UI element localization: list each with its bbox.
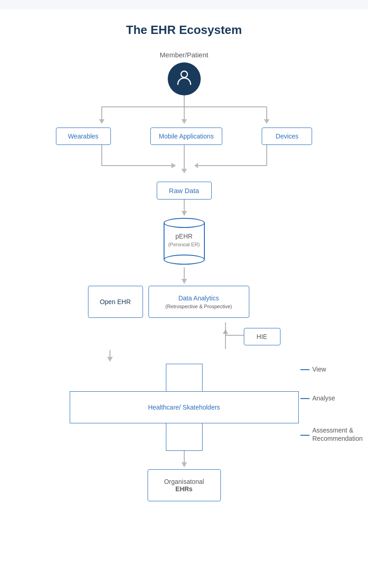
hie-box: HIE xyxy=(244,328,280,345)
pehr-cylinder: pEHR (Persnoal ER) xyxy=(164,218,205,275)
svg-marker-4 xyxy=(99,119,104,124)
cross-middle-row: Healthcare/ Skateholders — View — Analys… xyxy=(70,391,299,423)
cross-bottom-arm xyxy=(166,423,203,451)
three-boxes-row: Wearables Mobile Applications Devices xyxy=(56,128,313,145)
cylinder-body: pEHR (Persnoal ER) xyxy=(164,223,205,260)
svg-marker-8 xyxy=(264,119,269,124)
member-label: Member/Patient xyxy=(160,51,209,59)
analyse-label-row: — Analyse xyxy=(301,393,358,403)
avatar xyxy=(168,62,201,95)
data-analytics-box: Data Analytics (Retrospective & Prospect… xyxy=(148,286,249,318)
cylinder-label: pEHR (Persnoal ER) xyxy=(165,232,204,248)
svg-marker-18 xyxy=(181,211,187,216)
assessment-label-row: — Assessment & Recommendation xyxy=(301,426,358,443)
svg-marker-20 xyxy=(181,279,187,284)
data-analytics-label: Data Analytics xyxy=(178,294,219,302)
to-org-svg xyxy=(180,451,189,469)
view-label: View xyxy=(313,366,326,373)
healthcare-box: Healthcare/ Skateholders xyxy=(70,391,299,423)
cross-section: Healthcare/ Skateholders — View — Analys… xyxy=(70,364,299,451)
top-connector-svg xyxy=(56,95,313,128)
org-ehr-box: Organisatonal EHRs xyxy=(148,469,221,501)
to-cross-svg xyxy=(105,350,115,364)
assessment-dash: — xyxy=(301,429,310,440)
org-ehr-line2: EHRs xyxy=(162,485,207,493)
devices-box: Devices xyxy=(262,128,312,145)
analyse-dash: — xyxy=(301,393,310,403)
view-label-row: — View xyxy=(301,364,358,374)
view-dash: — xyxy=(301,364,310,374)
page-title: The EHR Ecosystem xyxy=(126,23,242,37)
svg-marker-13 xyxy=(181,169,187,173)
two-col-row: Open EHR Data Analytics (Retrospective &… xyxy=(88,286,280,318)
pehr-sub: (Persnoal ER) xyxy=(165,241,204,248)
svg-point-0 xyxy=(181,71,187,78)
pehr-label: pEHR xyxy=(165,232,204,241)
diagram: The EHR Ecosystem Member/Patient xyxy=(0,23,368,501)
assessment-label: Assessment & Recommendation xyxy=(313,426,358,443)
cylinder-top xyxy=(164,218,205,228)
wearables-box: Wearables xyxy=(56,128,111,145)
open-ehr-box: Open EHR xyxy=(88,286,143,318)
side-labels: — View — Analyse — Assessment & Recommen… xyxy=(301,364,358,443)
mobile-apps-box: Mobile Applications xyxy=(150,128,223,145)
raw-to-pehr-svg xyxy=(180,200,189,218)
cylinder-bottom xyxy=(164,255,205,265)
person-icon xyxy=(176,68,193,89)
mid-connector-svg xyxy=(56,145,313,182)
svg-marker-28 xyxy=(181,462,187,467)
analyse-label: Analyse xyxy=(313,394,335,402)
svg-marker-16 xyxy=(194,163,198,168)
raw-data-box: Raw Data xyxy=(157,182,212,200)
cross-top-arm xyxy=(166,364,203,391)
data-analytics-sub: (Retrospective & Prospective) xyxy=(165,304,232,309)
svg-marker-6 xyxy=(181,119,187,124)
svg-marker-26 xyxy=(107,357,113,362)
hie-section: HIE xyxy=(88,318,280,350)
page: The EHR Ecosystem Member/Patient xyxy=(0,9,368,588)
svg-marker-11 xyxy=(171,163,176,168)
org-ehr-line1: Organisatonal xyxy=(162,478,207,485)
